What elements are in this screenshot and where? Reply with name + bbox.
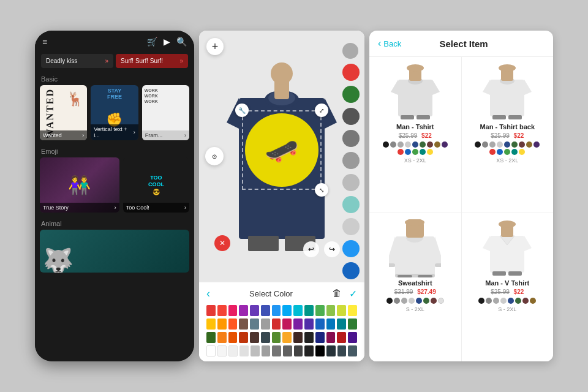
swatch-dark-cyan[interactable] [337, 318, 346, 330]
color-dot[interactable] [386, 298, 393, 304]
swatch-darkest-grey[interactable] [304, 345, 314, 356]
swatch-darkest-red[interactable] [337, 332, 346, 343]
color-dot[interactable] [409, 298, 415, 304]
color-dot[interactable] [420, 149, 426, 155]
true-story-card[interactable]: 👫 True Story › [40, 157, 119, 213]
swatch-lime[interactable] [337, 305, 346, 316]
swatch-darkest-purple[interactable] [348, 332, 357, 343]
banner-surf[interactable]: Surf! Surf! Surf! » [116, 54, 188, 68]
color-dot[interactable] [497, 149, 503, 155]
left-circle-btn[interactable]: ⊙ [205, 147, 224, 165]
swatch-deep-purple[interactable] [250, 305, 259, 316]
video-icon[interactable]: ▶ [164, 37, 170, 47]
dark-gray-btn[interactable] [342, 108, 360, 125]
swatch-near-black[interactable] [304, 332, 314, 343]
swatch-teal[interactable] [304, 305, 314, 316]
color-dot[interactable] [504, 149, 510, 155]
color-dot[interactable] [508, 298, 514, 304]
swatch-light-grey[interactable] [251, 345, 260, 356]
swatch-light-blue[interactable] [282, 305, 292, 316]
swatch-dark-green[interactable] [348, 318, 357, 330]
swatch-lightest-grey[interactable] [228, 345, 238, 356]
swatch-amber[interactable] [206, 318, 216, 330]
frame-card[interactable]: WORKWORKWORK Fram... › [142, 85, 189, 140]
swatch-deep-orange[interactable] [228, 318, 238, 330]
color-dot[interactable] [519, 149, 525, 155]
swatch-darker-grey[interactable] [294, 345, 303, 356]
confirm-color-btn[interactable]: ✓ [349, 288, 357, 300]
swatch-dark-blue-grey[interactable] [261, 332, 270, 343]
rotate-cw-btn[interactable]: ↪ [324, 241, 340, 257]
swatch-red[interactable] [206, 305, 216, 316]
rotate-ccw-btn[interactable]: ↩ [303, 241, 319, 257]
swatch-red2[interactable] [217, 305, 227, 316]
too-cool-card[interactable]: TOOCOOL 😎 Too Cool! › [123, 157, 189, 213]
swatch-3[interactable] [282, 332, 292, 343]
color-dot[interactable] [398, 149, 404, 155]
color-dot[interactable] [486, 298, 492, 304]
color-dot[interactable] [519, 141, 525, 148]
swatch-dark-purple[interactable] [293, 318, 303, 330]
swatch-light-green[interactable] [326, 305, 336, 316]
swatch-pink[interactable] [228, 305, 238, 316]
man-tshirt-back-card[interactable]: Man - Tshirt back $25.99 $22 [462, 57, 554, 213]
color-dot[interactable] [526, 141, 532, 148]
color-dot[interactable] [500, 298, 507, 304]
sweatshirt-card[interactable]: Sweatshirt $31.99 $27.49 S - 2XL [369, 213, 461, 361]
swatch-black[interactable] [315, 345, 325, 356]
color-panel-back[interactable]: ‹ [206, 287, 210, 300]
color-dot[interactable] [398, 141, 404, 148]
swatch-bg2[interactable] [337, 345, 347, 356]
color-dot[interactable] [515, 298, 521, 304]
color-dot[interactable] [522, 298, 529, 304]
swatch-darkest-indigo[interactable] [315, 332, 325, 343]
color-picker-btn[interactable] [342, 43, 358, 59]
swatch-near-white[interactable] [217, 345, 227, 356]
swatch-bg1[interactable] [326, 345, 336, 356]
swatch-cyan[interactable] [293, 305, 303, 316]
color-dot[interactable] [511, 149, 518, 155]
design-handle-br[interactable]: ⤡ [315, 183, 328, 197]
color-dot[interactable] [497, 141, 503, 148]
color-dot[interactable] [475, 141, 481, 148]
color-dot[interactable] [405, 141, 411, 148]
delete-btn[interactable]: ✕ [214, 235, 230, 251]
color-dot[interactable] [493, 298, 499, 304]
swatch-orange[interactable] [217, 318, 227, 330]
swatch-dark-grey2[interactable] [283, 345, 292, 356]
color-dot[interactable] [383, 141, 389, 148]
wanted-card[interactable]: WANTED 🦌 Wanted › [40, 85, 87, 140]
swatch-dark-deep-purple[interactable] [304, 318, 314, 330]
color-dot[interactable] [530, 298, 536, 304]
swatch-yellow[interactable] [348, 305, 357, 316]
back-button[interactable]: ‹ Back [378, 38, 401, 49]
animal-card[interactable]: 🐺 [40, 230, 189, 273]
color-dot[interactable] [533, 141, 540, 148]
swatch-grey2[interactable] [272, 345, 281, 356]
color-dot[interactable] [511, 141, 518, 148]
color-dot[interactable] [390, 141, 396, 148]
gray-btn[interactable] [342, 130, 360, 147]
light-gray-btn[interactable] [342, 152, 360, 169]
swatch-darkest-pink[interactable] [326, 332, 336, 343]
swatch-blue-grey[interactable] [250, 318, 259, 330]
color-dot[interactable] [416, 298, 422, 304]
swatch-dark-blue[interactable] [315, 318, 325, 330]
color-dot[interactable] [504, 141, 510, 148]
lighter-gray-btn[interactable] [342, 174, 360, 191]
swatch-white[interactable] [206, 345, 216, 356]
color-dot[interactable] [423, 298, 429, 304]
color-dot[interactable] [401, 298, 407, 304]
design-area[interactable]: 🛹 🔧 ⤢ ⤡ [242, 110, 322, 190]
swatch-bg3[interactable] [348, 345, 357, 356]
tshirt-canvas-area[interactable]: + [199, 31, 364, 282]
swatch-dark-red[interactable] [272, 318, 281, 330]
add-button[interactable]: + [206, 38, 224, 55]
color-dot[interactable] [482, 141, 488, 148]
color-dot[interactable] [420, 141, 426, 148]
color-dot[interactable] [412, 141, 418, 148]
swatch-green[interactable] [315, 305, 325, 316]
color-dot[interactable] [405, 149, 411, 155]
swatch-brown[interactable] [239, 318, 248, 330]
swatch-very-light-grey[interactable] [239, 345, 249, 356]
